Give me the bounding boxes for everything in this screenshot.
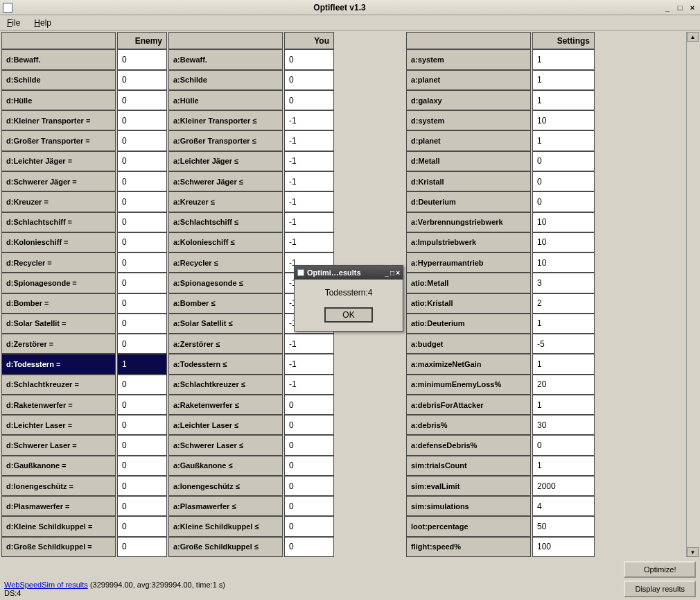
dialog-minimize-button[interactable]: _ bbox=[385, 269, 390, 277]
scroll-down-button[interactable]: ▼ bbox=[687, 547, 699, 557]
enemy-row-value[interactable]: 0 bbox=[117, 415, 167, 435]
enemy-row-label[interactable]: d:Großer Transporter = bbox=[1, 130, 116, 151]
enemy-row-value[interactable]: 0 bbox=[117, 191, 167, 212]
enemy-row-value[interactable]: 0 bbox=[117, 49, 167, 69]
enemy-row-label[interactable]: d:Hülle bbox=[1, 90, 116, 110]
scroll-up-button[interactable]: ▲ bbox=[687, 32, 699, 42]
settings-row-value[interactable]: 1 bbox=[532, 314, 595, 334]
you-row-label[interactable]: a:Schlachtkreuzer ≤ bbox=[168, 375, 283, 395]
you-row-label[interactable]: a:Recycler ≤ bbox=[168, 252, 283, 273]
you-row-value[interactable]: -1 bbox=[284, 151, 334, 171]
you-row-label[interactable]: a:Todesstern ≤ bbox=[168, 354, 283, 374]
you-row-value[interactable]: 0 bbox=[284, 456, 334, 476]
enemy-row-label[interactable]: d:Kolonieschiff = bbox=[1, 232, 116, 252]
enemy-row-label[interactable]: d:Bewaff. bbox=[1, 49, 116, 69]
settings-row-value[interactable]: 1 bbox=[532, 130, 595, 151]
enemy-row-value[interactable]: 0 bbox=[117, 496, 167, 516]
settings-row-label[interactable]: atio:Kristall bbox=[406, 293, 531, 314]
enemy-row-value[interactable]: 0 bbox=[117, 171, 167, 191]
enemy-row-label[interactable]: d:Raketenwerfer = bbox=[1, 395, 116, 415]
you-row-label[interactable]: a:Leichter Jäger ≤ bbox=[168, 151, 283, 171]
you-row-label[interactable]: a:Hülle bbox=[168, 90, 283, 110]
you-row-value[interactable]: 0 bbox=[284, 516, 334, 536]
enemy-row-label[interactable]: d:Leichter Jäger = bbox=[1, 151, 116, 171]
settings-row-label[interactable]: a:minimumEnemyLoss% bbox=[406, 375, 531, 395]
you-row-label[interactable]: a:Große Schildkuppel ≤ bbox=[168, 537, 283, 557]
dialog-close-button[interactable]: × bbox=[396, 269, 400, 277]
you-row-label[interactable]: a:Kleine Schildkuppel ≤ bbox=[168, 516, 283, 536]
settings-row-label[interactable]: sim:simulations bbox=[406, 496, 531, 516]
enemy-row-label[interactable]: d:Schlachtschiff = bbox=[1, 212, 116, 232]
settings-row-value[interactable]: 50 bbox=[532, 516, 595, 536]
enemy-row-label[interactable]: d:Schwerer Laser = bbox=[1, 435, 116, 455]
enemy-row-value[interactable]: 0 bbox=[117, 314, 167, 334]
settings-row-label[interactable]: a:maximizeNetGain bbox=[406, 354, 531, 374]
enemy-row-value[interactable]: 0 bbox=[117, 130, 167, 151]
settings-row-label[interactable]: a:planet bbox=[406, 70, 531, 90]
settings-row-label[interactable]: sim:evalLimit bbox=[406, 476, 531, 496]
settings-row-label[interactable]: d:planet bbox=[406, 130, 531, 151]
settings-row-value[interactable]: 0 bbox=[532, 191, 595, 212]
you-row-value[interactable]: -1 bbox=[284, 212, 334, 232]
you-row-value[interactable]: 0 bbox=[284, 49, 334, 69]
settings-row-label[interactable]: atio:Deuterium bbox=[406, 314, 531, 334]
you-row-value[interactable]: -1 bbox=[284, 130, 334, 151]
settings-row-label[interactable]: d:Deuterium bbox=[406, 191, 531, 212]
settings-row-value[interactable]: 0 bbox=[532, 435, 595, 455]
enemy-row-label[interactable]: d:Leichter Laser = bbox=[1, 415, 116, 435]
maximize-button[interactable]: □ bbox=[675, 3, 685, 12]
settings-row-value[interactable]: 10 bbox=[532, 212, 595, 232]
settings-row-label[interactable]: sim:trialsCount bbox=[406, 456, 531, 476]
settings-row-value[interactable]: 0 bbox=[532, 151, 595, 171]
you-row-label[interactable]: a:Spionagesonde ≤ bbox=[168, 273, 283, 293]
optimize-button[interactable]: Optimize! bbox=[624, 561, 696, 578]
you-row-label[interactable]: a:Zerstörer ≤ bbox=[168, 334, 283, 354]
you-row-label[interactable]: a:Leichter Laser ≤ bbox=[168, 415, 283, 435]
you-row-value[interactable]: 0 bbox=[284, 476, 334, 496]
you-row-label[interactable]: a:Solar Satellit ≤ bbox=[168, 314, 283, 334]
you-row-label[interactable]: a:Schlachtschiff ≤ bbox=[168, 212, 283, 232]
settings-row-value[interactable]: 1 bbox=[532, 456, 595, 476]
settings-row-label[interactable]: a:debris% bbox=[406, 415, 531, 435]
enemy-row-value[interactable]: 0 bbox=[117, 456, 167, 476]
settings-row-value[interactable]: 1 bbox=[532, 354, 595, 374]
settings-row-label[interactable]: a:system bbox=[406, 49, 531, 69]
settings-row-label[interactable]: a:Hyperraumantrieb bbox=[406, 252, 531, 273]
enemy-row-value[interactable]: 0 bbox=[117, 151, 167, 171]
you-row-label[interactable]: a:Kreuzer ≤ bbox=[168, 191, 283, 212]
enemy-row-value[interactable]: 0 bbox=[117, 293, 167, 314]
enemy-row-value[interactable]: 0 bbox=[117, 90, 167, 110]
enemy-row-value[interactable]: 0 bbox=[117, 212, 167, 232]
you-row-value[interactable]: 0 bbox=[284, 435, 334, 455]
settings-row-value[interactable]: 10 bbox=[532, 232, 595, 252]
enemy-row-value[interactable]: 0 bbox=[117, 435, 167, 455]
you-row-value[interactable]: 0 bbox=[284, 496, 334, 516]
you-row-label[interactable]: a:Raketenwerfer ≤ bbox=[168, 395, 283, 415]
enemy-row-label[interactable]: d:Gaußkanone = bbox=[1, 456, 116, 476]
you-row-value[interactable]: -1 bbox=[284, 334, 334, 354]
enemy-row-label[interactable]: d:Ionengeschütz = bbox=[1, 476, 116, 496]
you-row-value[interactable]: 0 bbox=[284, 70, 334, 90]
enemy-row-label[interactable]: d:Schwerer Jäger = bbox=[1, 171, 116, 191]
enemy-row-value[interactable]: 1 bbox=[117, 354, 167, 374]
enemy-row-label[interactable]: d:Bomber = bbox=[1, 293, 116, 314]
you-row-value[interactable]: 0 bbox=[284, 395, 334, 415]
settings-row-label[interactable]: a:defenseDebris% bbox=[406, 435, 531, 455]
settings-row-label[interactable]: a:budget bbox=[406, 334, 531, 354]
settings-row-value[interactable]: 4 bbox=[532, 496, 595, 516]
settings-row-value[interactable]: 1 bbox=[532, 49, 595, 69]
you-row-value[interactable]: 0 bbox=[284, 415, 334, 435]
settings-row-value[interactable]: 3 bbox=[532, 273, 595, 293]
minimize-button[interactable]: _ bbox=[663, 3, 672, 12]
you-row-value[interactable]: -1 bbox=[284, 191, 334, 212]
settings-row-label[interactable]: loot:percentage bbox=[406, 516, 531, 536]
enemy-row-value[interactable]: 0 bbox=[117, 110, 167, 130]
enemy-row-value[interactable]: 0 bbox=[117, 252, 167, 273]
enemy-row-label[interactable]: d:Große Schildkuppel = bbox=[1, 537, 116, 557]
enemy-row-label[interactable]: d:Spionagesonde = bbox=[1, 273, 116, 293]
settings-row-label[interactable]: a:Impulstriebwerk bbox=[406, 232, 531, 252]
enemy-row-value[interactable]: 0 bbox=[117, 516, 167, 536]
settings-row-value[interactable]: 1 bbox=[532, 395, 595, 415]
you-row-label[interactable]: a:Schilde bbox=[168, 70, 283, 90]
enemy-row-label[interactable]: d:Kleiner Transporter = bbox=[1, 110, 116, 130]
